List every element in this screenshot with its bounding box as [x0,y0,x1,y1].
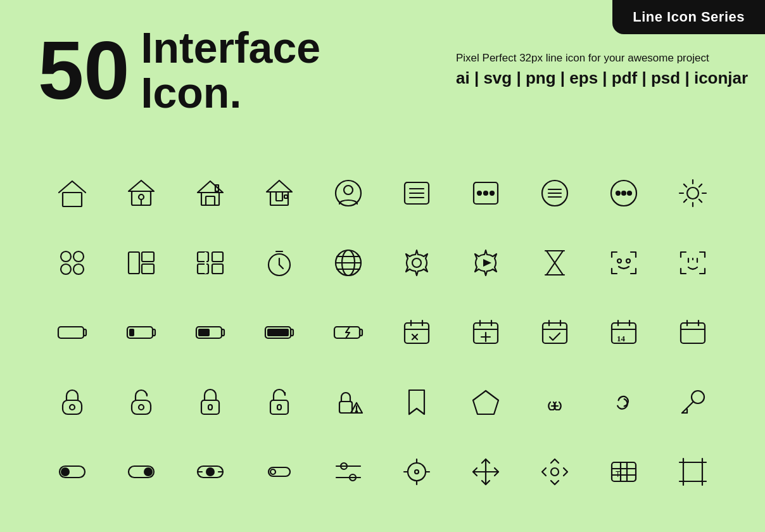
icon-move [452,437,521,507]
icon-frame [658,437,727,507]
icon-lock-round [38,367,107,437]
svg-rect-71 [84,329,86,336]
icon-pan [521,437,590,507]
icon-key [658,367,727,437]
icon-four-circles [38,228,107,298]
svg-rect-8 [215,185,218,191]
icon-pin [244,437,313,507]
icon-list-rect [382,158,452,228]
svg-rect-114 [270,400,288,414]
svg-marker-62 [483,259,491,267]
svg-point-140 [408,463,426,481]
icon-settings [382,228,452,298]
icon-count: 50 [38,29,130,111]
icon-battery-half [176,298,245,367]
svg-rect-44 [129,252,139,274]
svg-point-61 [412,258,421,267]
svg-rect-80 [267,329,289,336]
svg-point-28 [616,191,620,195]
series-badge: Line Icon Series [612,0,765,34]
svg-point-111 [139,405,144,410]
svg-text:T: T [616,470,621,479]
icon-home-pentagon [452,367,521,437]
svg-point-20 [477,191,481,195]
svg-point-14 [344,186,353,194]
icon-dots-rect [452,158,521,228]
icon-link-broken [589,367,658,437]
svg-rect-12 [284,195,288,198]
svg-point-66 [626,259,630,263]
svg-rect-7 [206,196,215,205]
svg-rect-115 [277,405,281,410]
svg-rect-76 [222,329,224,336]
icon-padlock [176,367,245,437]
svg-point-65 [617,259,621,263]
icon-calendar-x [382,298,452,367]
svg-point-31 [687,187,699,199]
header-right-info: Pixel Perfect 32px line icon for your aw… [456,52,748,88]
svg-rect-155 [683,462,702,481]
svg-point-3 [139,194,144,200]
icon-home-door [244,158,313,228]
header-section: 50 Interface Icon. [38,25,320,116]
svg-rect-49 [198,264,208,274]
svg-marker-120 [473,391,498,414]
product-title: Interface Icon. [141,25,320,116]
svg-line-55 [279,265,283,269]
svg-point-42 [61,264,71,274]
icon-toggle-off [38,437,107,507]
icon-battery-low [107,298,176,367]
svg-rect-82 [360,329,362,336]
svg-marker-1 [129,180,154,191]
svg-rect-73 [153,329,155,336]
svg-rect-74 [129,329,134,336]
icon-calendar-check [521,298,590,367]
svg-rect-0 [63,193,82,206]
svg-point-131 [206,467,215,476]
svg-rect-79 [291,329,293,336]
svg-rect-48 [212,252,223,262]
icon-lock-alert [313,367,382,437]
subtitle-text: Pixel Perfect 32px line icon for your aw… [456,52,748,65]
svg-point-148 [551,468,559,476]
icon-birdhouse [107,158,176,228]
svg-rect-112 [201,400,219,414]
svg-rect-134 [269,467,290,476]
svg-rect-6 [201,193,219,205]
svg-rect-77 [198,329,210,336]
icon-bookmark [382,367,452,437]
icon-timer [244,228,313,298]
icon-text-box: T [589,437,658,507]
icon-face-scan [589,228,658,298]
svg-rect-45 [142,252,154,262]
svg-line-36 [683,184,686,187]
icon-toggle-center [176,437,245,507]
svg-rect-116 [339,402,352,413]
icon-sun [658,158,727,228]
svg-rect-110 [132,400,151,414]
icon-dashboard [107,228,176,298]
svg-point-122 [692,391,704,403]
svg-point-109 [70,405,75,410]
icon-toggle-on [107,437,176,507]
formats-text: ai | svg | png | eps | pdf | psd | iconj… [456,68,748,88]
icon-hamburger-circle [521,158,590,228]
icon-hourglass [521,228,590,298]
icon-home-chimney [176,158,245,228]
svg-point-119 [355,411,357,412]
svg-line-38 [699,184,701,187]
svg-point-13 [336,180,361,206]
icon-home-simple [38,158,107,228]
svg-rect-46 [142,264,154,274]
icon-crosshair [382,437,452,507]
svg-rect-104 [681,323,705,343]
svg-point-21 [484,191,488,195]
svg-rect-50 [212,264,223,274]
svg-rect-108 [63,400,82,414]
svg-line-37 [699,200,701,202]
svg-point-40 [61,251,71,262]
svg-point-129 [144,467,153,476]
icon-grid-layout [176,228,245,298]
icon-calendar [658,298,727,367]
icon-threedots-circle [589,158,658,228]
